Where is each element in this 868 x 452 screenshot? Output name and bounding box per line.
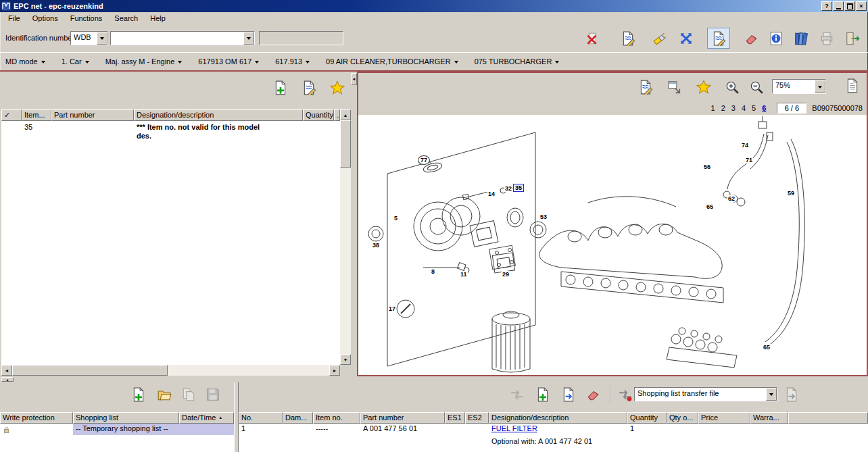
identification-combo-arrow[interactable] [243,32,254,45]
breadcrumb-group[interactable]: 09 AIR CLEANER,TURBOCHARGER [326,57,458,66]
column-warranty[interactable]: Warra... [750,412,788,424]
close-button[interactable]: × [856,1,867,11]
open-shopping-list-button[interactable] [154,385,174,404]
column-item-no[interactable]: Item no. [313,412,360,424]
zoom-level-combo[interactable]: 75% [772,79,826,94]
delete-note-button[interactable] [582,29,602,48]
exit-button[interactable] [842,29,863,48]
eraser-button[interactable] [741,29,761,48]
bottom-splitter[interactable] [234,382,239,452]
add-item-button[interactable] [533,385,553,404]
parts-notes-button[interactable] [299,78,319,97]
diagram-callout[interactable]: 59 [787,190,795,197]
vertical-splitter[interactable]: ◄ [351,72,357,376]
parts-vscroll-track[interactable]: ▲ ▼ [340,109,351,365]
column-part-number[interactable]: Part number [360,412,445,424]
fit-view-button[interactable] [676,29,696,48]
identification-extra-field[interactable] [259,31,343,45]
restore-button[interactable] [844,1,855,11]
diagram-callout[interactable]: 29 [502,271,510,278]
diagram-callout[interactable]: 77 [418,155,430,165]
column-date-time[interactable]: Date/Time ▲ [179,412,234,424]
diagram-callout[interactable]: 17 [388,305,396,312]
column-designation[interactable]: Designation/description [134,109,303,121]
identification-number-combo[interactable] [110,31,255,45]
column-no[interactable]: No. [239,412,283,424]
diagram-callout[interactable]: 65 [706,203,714,210]
diagram-callout[interactable]: 56 [703,164,711,170]
menu-search[interactable]: Search [109,14,143,23]
zoom-combo-arrow[interactable] [815,80,825,93]
column-write-protection[interactable]: Write protection [0,412,73,424]
catalog-library-button[interactable] [791,29,811,48]
scroll-down-button[interactable]: ▼ [340,354,351,365]
transfer-list-button[interactable] [615,385,635,404]
notes-button[interactable] [618,29,638,48]
breadcrumb-md-mode[interactable]: MD mode [5,57,45,66]
breadcrumb-major-assy[interactable]: Maj. assy M - Engine [105,57,183,66]
scroll-left-button[interactable]: ◄ [1,365,12,376]
write-protection-icon[interactable] [2,425,11,434]
menu-file[interactable]: File [3,14,26,23]
column-designation[interactable]: Designation/description [489,412,627,424]
parts-vscroll-thumb[interactable] [340,120,351,168]
page-number-4[interactable]: 4 [742,104,746,112]
diagram-callout[interactable]: 11 [460,271,468,278]
parts-favorites-button[interactable] [327,78,347,97]
minimize-button[interactable] [833,1,844,11]
move-item-button[interactable] [558,385,579,404]
diagram-callout[interactable]: 8 [431,268,435,275]
collapse-left-button[interactable]: ◄ [351,73,357,85]
diagram-callout[interactable]: 5 [393,215,398,222]
menu-functions[interactable]: Functions [65,14,108,23]
main-diagram[interactable]: 77 14 32 35 5 38 53 29 8 11 17 56 74 71 … [358,115,867,375]
column-more[interactable]: ... [334,109,340,121]
zoom-in-button[interactable] [722,78,742,97]
parts-hscroll-track[interactable]: ◄ ► [1,365,340,376]
list-item[interactable]: -- Temporary shopping list -- [0,424,234,435]
page-number-6-current[interactable]: 6 [762,104,766,112]
page-number-5[interactable]: 5 [752,104,756,112]
column-part-number[interactable]: Part number [51,109,134,121]
flashlight-button[interactable] [650,29,671,48]
column-quantity[interactable]: Quantity [627,412,667,424]
column-check[interactable]: ✓ [1,109,22,121]
diagram-callout[interactable]: 32 [504,185,512,192]
column-qty-ordered[interactable]: Qty o... [667,412,698,424]
fuel-filter-link[interactable]: FUEL FILTER [491,424,537,432]
breadcrumb-car[interactable]: 1. Car [62,57,89,66]
column-shopping-list[interactable]: Shopping list [73,412,179,424]
column-es2[interactable]: ES2 [465,412,489,424]
info-button[interactable] [766,29,786,48]
delete-item-button[interactable] [583,385,603,404]
wdb-combo[interactable]: WDB [70,31,108,45]
diagram-callout[interactable]: 71 [745,157,753,164]
column-quantity[interactable]: Quantity [303,109,334,121]
diagram-callout[interactable]: 38 [372,242,380,249]
column-es1[interactable]: ES1 [445,412,465,424]
diagram-callout[interactable]: 14 [487,191,496,197]
new-shopping-list-button[interactable] [128,385,149,404]
breadcrumb-engine[interactable]: 617.913 [275,57,310,66]
parts-hscroll-thumb[interactable] [12,365,168,376]
title-bar[interactable]: EPC net - epc-reuzenkind ? × [0,0,868,12]
table-row[interactable]: 1 ----- A 001 477 56 01 FUEL FILTER 1 [239,424,868,435]
breadcrumb-model[interactable]: 617913 OM 617 [198,57,259,66]
wdb-combo-arrow[interactable] [97,32,107,45]
menu-help[interactable]: Help [145,14,171,23]
breadcrumb-subgroup[interactable]: 075 TURBOCHARGER [475,57,560,66]
annotations-button[interactable] [707,28,730,49]
diagram-callout-selected[interactable]: 35 [513,184,524,192]
menu-options[interactable]: Options [27,14,64,23]
horizontal-splitter[interactable]: ▲ [0,376,868,382]
page-overview-button[interactable] [842,76,863,95]
diagram-callout[interactable]: 62 [727,195,736,202]
transfer-file-combo[interactable]: Shopping list transfer file [634,387,777,401]
column-price[interactable]: Price [698,412,750,424]
collapse-up-button[interactable]: ▲ [1,377,14,382]
zoom-out-button[interactable] [746,78,767,97]
scroll-up-button[interactable]: ▲ [340,109,351,120]
transfer-file-combo-arrow[interactable] [766,388,777,401]
page-number-2[interactable]: 2 [721,104,725,112]
column-damage[interactable]: Dam... [283,412,313,424]
